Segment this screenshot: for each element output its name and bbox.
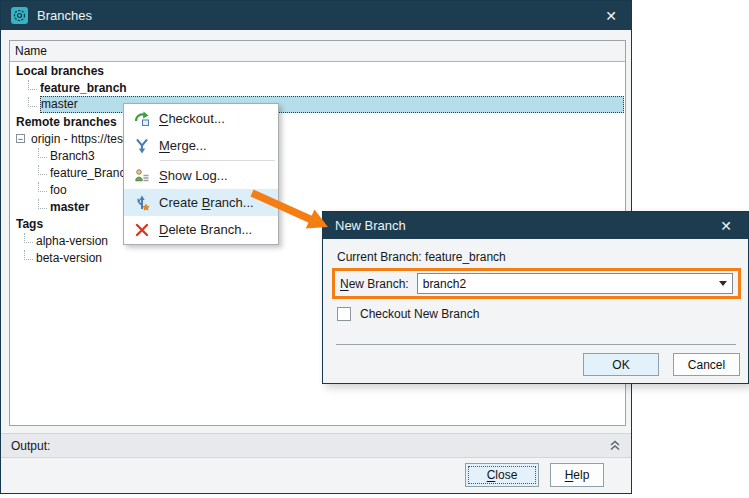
new-branch-field-label: New Branch: — [340, 277, 409, 291]
tree-item-remote-branches[interactable]: Remote branches — [10, 113, 625, 130]
show-log-icon — [124, 168, 159, 184]
menu-item-merge[interactable]: Merge... — [124, 132, 278, 159]
create-branch-icon — [124, 195, 159, 211]
current-branch-line: Current Branch: feature_branch — [337, 250, 506, 264]
checkout-new-branch-checkbox[interactable] — [337, 307, 351, 321]
checkout-icon — [124, 111, 159, 127]
tree-expander-icon[interactable]: − — [16, 134, 25, 143]
combo-dropdown-icon[interactable] — [714, 274, 732, 293]
current-branch-label: Current Branch: — [337, 250, 422, 264]
branches-titlebar: Branches ✕ — [1, 1, 631, 30]
menu-item-create-branch[interactable]: Create Branch... — [124, 189, 278, 216]
close-button[interactable]: Close — [465, 463, 539, 487]
menu-item-checkout[interactable]: Checkout... — [124, 105, 278, 132]
menu-separator — [160, 160, 275, 161]
help-button[interactable]: Help — [550, 463, 604, 487]
menu-item-label: Show Log... — [159, 168, 228, 183]
screenshot-stage: Branches ✕ Name Local branches feature_b… — [0, 0, 749, 498]
branch-context-menu: Checkout... Merge... Show Log... — [123, 103, 279, 245]
menu-item-delete-branch[interactable]: Delete Branch... — [124, 216, 278, 243]
delete-branch-icon — [124, 222, 159, 238]
collapse-output-icon[interactable] — [609, 439, 621, 452]
close-icon[interactable]: ✕ — [601, 7, 621, 25]
tree-item-branch3[interactable]: Branch3 — [10, 147, 625, 164]
ok-button[interactable]: OK — [583, 353, 659, 376]
close-icon[interactable]: ✕ — [716, 217, 736, 235]
tree-item-local-branches[interactable]: Local branches — [10, 62, 625, 79]
column-header-name[interactable]: Name — [10, 41, 625, 62]
tree-item-feature-branch[interactable]: feature_branch — [10, 79, 625, 96]
new-branch-titlebar: New Branch ✕ — [323, 212, 748, 239]
menu-item-label: Checkout... — [159, 111, 225, 126]
output-bar: Output: — [1, 433, 631, 458]
tree-item-remote-feature-branch[interactable]: feature_Branch — [10, 164, 625, 181]
current-branch-value: feature_branch — [425, 250, 506, 264]
tree-item-origin[interactable]: − origin - https://test- — [10, 130, 625, 147]
checkout-new-branch-row: Checkout New Branch — [337, 307, 479, 321]
app-icon — [11, 7, 28, 24]
window-title: Branches — [37, 8, 92, 23]
checkbox-label: Checkout New Branch — [360, 307, 479, 321]
dialog-title: New Branch — [335, 218, 406, 233]
menu-item-show-log[interactable]: Show Log... — [124, 162, 278, 189]
merge-icon — [124, 138, 159, 154]
menu-item-label: Delete Branch... — [159, 222, 252, 237]
branch-name-combobox[interactable] — [417, 273, 733, 294]
column-header-label: Name — [15, 44, 47, 58]
dialog-separator — [336, 344, 736, 345]
branch-name-input[interactable] — [418, 277, 714, 291]
cancel-button[interactable]: Cancel — [673, 353, 740, 376]
menu-item-label: Merge... — [159, 138, 207, 153]
annotation-highlight-box: New Branch: — [332, 268, 741, 299]
output-label: Output: — [11, 439, 50, 453]
new-branch-dialog: New Branch ✕ Current Branch: feature_bra… — [322, 211, 749, 384]
tree-item-foo[interactable]: foo — [10, 181, 625, 198]
menu-item-label: Create Branch... — [159, 195, 254, 210]
tree-item-master-selected[interactable]: master — [10, 96, 625, 113]
